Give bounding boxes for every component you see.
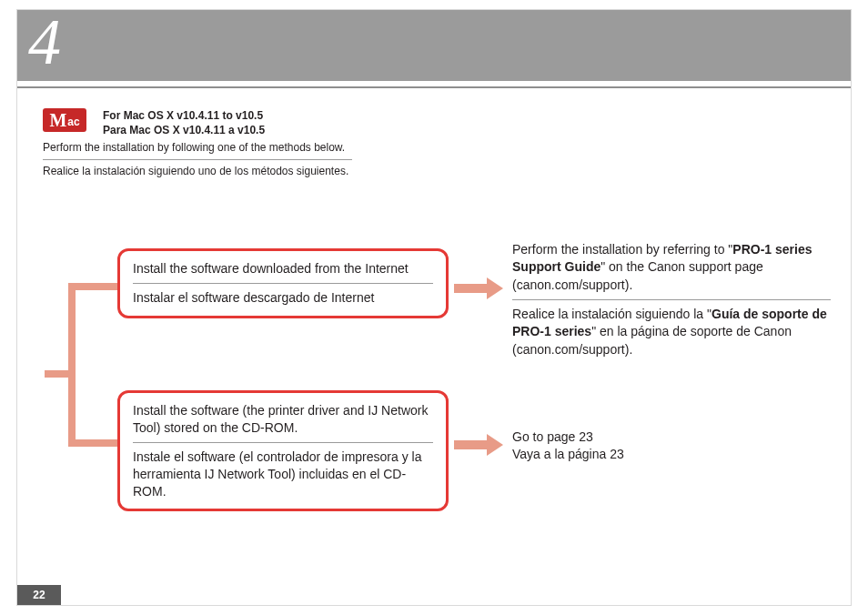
option-card-download: Install the software downloaded from the… [117,248,449,318]
option-card-cdrom: Install the software (the printer driver… [117,390,449,511]
os-version-block: For Mac OS X v10.4.11 to v10.5 Para Mac … [103,108,265,137]
header-rule [17,86,851,88]
flow-branch-top [68,283,123,290]
intro-es: Realice la instalación siguiendo uno de … [43,165,348,177]
flow-stem [68,283,76,447]
os-version-en: For Mac OS X v10.4.11 to v10.5 [103,108,265,123]
result-support-es: Realice la instalación siguiendo la "Guí… [512,306,831,358]
arrow-icon [454,434,503,456]
os-version-es: Para Mac OS X v10.4.11 a v10.5 [103,123,265,137]
mac-badge: M ac [43,108,86,132]
result-support-en: Perform the installation by referring to… [512,241,831,300]
text: Realice la instalación siguiendo la " [512,307,712,321]
result-page23-es: Vaya a la página 23 [512,446,831,463]
page-number: 22 [17,585,61,605]
option-download-es: Instalar el software descargado de Inter… [133,289,433,307]
step-number: 4 [28,5,61,80]
result-page23: Go to page 23 Vaya a la página 23 [512,428,831,464]
header-bar: 4 [17,10,851,81]
mac-badge-ac: ac [67,116,79,127]
intro-en: Perform the installation by following on… [43,141,352,160]
option-cdrom-es: Instale el software (el controlador de i… [133,449,433,500]
flow-stub [45,370,68,378]
flow-branch-bottom [68,439,123,447]
option-download-en: Install the software downloaded from the… [133,260,433,284]
mac-badge-M: M [49,111,66,129]
result-page23-en: Go to page 23 [512,428,831,446]
result-support-guide: Perform the installation by referring to… [512,241,831,358]
arrow-icon [454,277,503,299]
page: 4 M ac For Mac OS X v10.4.11 to v10.5 Pa… [16,9,852,606]
text: Perform the installation by referring to… [512,242,732,257]
option-cdrom-en: Install the software (the printer driver… [133,402,433,443]
